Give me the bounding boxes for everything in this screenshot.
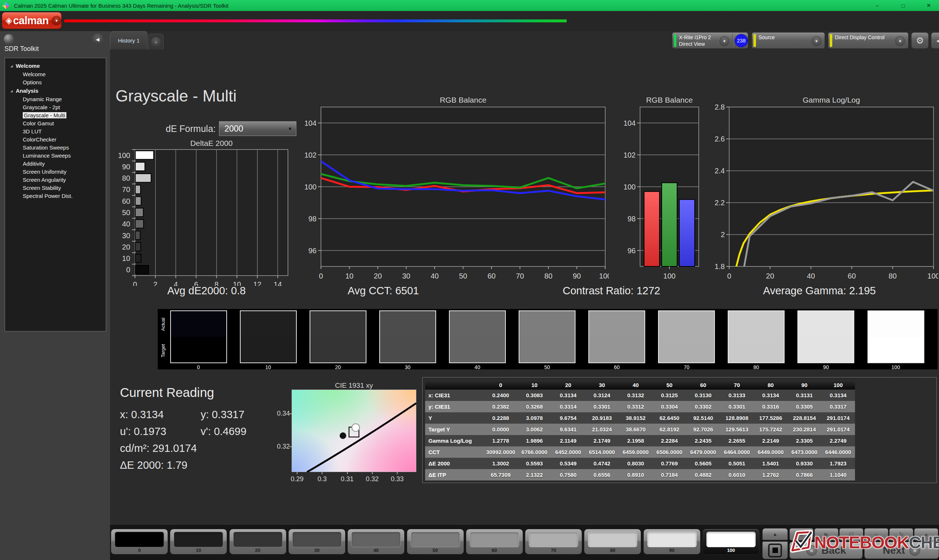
pattern-stop-button[interactable] (762, 541, 788, 559)
calman-menu-button[interactable]: ◈ calman ▼ (2, 12, 62, 29)
refresh-button[interactable]: ↻ (889, 528, 913, 541)
pattern-level-button-10[interactable]: 10 (170, 529, 227, 554)
next-button[interactable]: Next » (864, 542, 939, 559)
de-formula-select[interactable]: 2000 ▼ (219, 121, 296, 136)
play-button[interactable]: ▶ (814, 528, 839, 541)
table-cell: 0.6010 (720, 469, 754, 480)
source-dropdown[interactable]: Source ▼ (752, 32, 825, 49)
table-cell: 9.6341 (551, 424, 585, 435)
maximize-button[interactable]: □ (898, 3, 908, 9)
settings-button[interactable]: ⚙ (911, 32, 929, 49)
grayscale-swatch-70 (658, 311, 715, 363)
next-chevron-icon: » (909, 545, 920, 556)
pattern-level-button-100[interactable]: 100 (702, 529, 760, 554)
table-cell: 2.2435 (686, 435, 720, 446)
pattern-level-button-40[interactable]: 40 (347, 529, 405, 554)
sidebar-item-welcome[interactable]: Welcome (5, 70, 106, 78)
cie-point-measured-low (340, 432, 346, 439)
sidebar-item-dynamic-range[interactable]: Dynamic Range (5, 95, 106, 103)
table-cell: 0.3132 (619, 389, 652, 401)
display-control-dropdown[interactable]: Direct Display Control ▼ (828, 32, 908, 49)
pattern-level-button-60[interactable]: 60 (466, 529, 523, 554)
table-cell: 9.6754 (551, 412, 585, 424)
sidebar-item-colorchecker[interactable]: ColorChecker (5, 135, 106, 144)
chevron-down-icon: ▼ (52, 16, 61, 25)
sidebar-item-label: Welcome (23, 71, 45, 77)
sidebar-item-saturation-sweeps[interactable]: Saturation Sweeps (5, 144, 106, 152)
sidebar-collapse-button[interactable]: ◀ (92, 33, 103, 45)
pattern-level-button-0[interactable]: 0 (111, 529, 168, 554)
svg-text:20: 20 (374, 272, 382, 280)
sidebar-item-screen-uniformity[interactable]: Screen Uniformity (5, 168, 106, 176)
de-formula-value: 2000 (225, 124, 243, 134)
sidebar-item-additivity[interactable]: Additivity (5, 160, 106, 168)
pattern-chip (648, 532, 697, 547)
grayscale-strip: ActualTarget0102030405060708090100 (158, 309, 937, 369)
pattern-level-label: 60 (466, 548, 523, 553)
meter-dropdown[interactable]: X-Rite i1Pro 2 Direct View ▼ 238 (672, 32, 748, 49)
swatch-actual (450, 311, 505, 337)
sidebar-item-spectral-power-dist[interactable]: Spectral Power Dist. (5, 192, 106, 200)
continuous-button[interactable]: ∞ (864, 528, 888, 541)
close-button[interactable]: ✕ (924, 2, 934, 9)
stat-contrast-ratio: Contrast Ratio: 1272 (563, 285, 660, 297)
sidebar-item-label: Saturation Sweeps (23, 145, 69, 151)
pattern-level-button-70[interactable]: 70 (525, 529, 582, 554)
sidebar-orb-button[interactable] (4, 34, 14, 45)
pattern-level-button-30[interactable]: 30 (288, 529, 345, 554)
pattern-level-button-90[interactable]: 90 (643, 529, 701, 554)
sidebar-item-screen-angularity[interactable]: Screen Angularity (5, 176, 106, 184)
grayscale-swatch-90 (797, 311, 854, 363)
table-col-30: 30 (585, 380, 619, 389)
cie-overlay (291, 389, 416, 472)
tab-history-1[interactable]: History 1 (110, 31, 148, 49)
table-col-50: 50 (652, 380, 686, 389)
display-control-label: Direct Display Control (835, 34, 884, 40)
svg-text:100: 100 (927, 272, 938, 280)
table-cell: 2.1322 (518, 469, 551, 480)
svg-text:100: 100 (118, 151, 130, 159)
sidebar-item-color-gamut[interactable]: Color Gamut (5, 120, 106, 128)
stop-button[interactable]: ■ (789, 528, 814, 541)
minimize-button[interactable]: − (872, 3, 882, 9)
swatch-level-label: 50 (519, 364, 575, 370)
table-col-0: 0 (484, 380, 518, 389)
table-cell: 1.1040 (821, 469, 855, 480)
sidebar-item-screen-stability[interactable]: Screen Stability (5, 184, 106, 192)
sidebar-item-3d-lut[interactable]: 3D LUT (5, 128, 106, 135)
reading-uv: u': 0.1973v': 0.4699 (120, 426, 166, 438)
svg-text:2.8: 2.8 (714, 103, 725, 111)
sidebar-item-grayscale-2pt[interactable]: Grayscale - 2pt (5, 103, 106, 111)
back-button[interactable]: « Back (789, 542, 863, 559)
swatch-target (589, 337, 645, 363)
pattern-level-button-80[interactable]: 80 (584, 529, 641, 554)
add-tab-button[interactable]: + (148, 34, 163, 49)
swatch-level-label: 60 (588, 364, 645, 370)
meter-count-badge: 238 (735, 34, 748, 47)
sidebar-item-analysis[interactable]: ◢Analysis (5, 86, 106, 95)
expander-icon[interactable]: ◢ (10, 86, 13, 95)
grayscale-swatch-0 (170, 311, 227, 363)
reading-xy: x: 0.3134y: 0.3317 (120, 409, 163, 421)
pattern-chip (588, 532, 637, 547)
pattern-level-button-50[interactable]: 50 (407, 529, 464, 554)
table-cell: 175.7242 (754, 424, 788, 435)
record-button[interactable]: ● (914, 528, 938, 541)
svg-text:90: 90 (122, 163, 130, 171)
swatch-level-label: 70 (658, 364, 715, 370)
table-cell: 6514.0000 (585, 446, 619, 458)
table-cell: 177.5286 (754, 412, 788, 424)
sidebar-item-options[interactable]: Options (5, 78, 106, 86)
table-cell: 6452.0000 (551, 446, 585, 458)
expander-icon[interactable]: ◢ (10, 62, 13, 70)
table-cell: 0.3305 (788, 401, 821, 412)
panel-collapse-button[interactable]: ◀ (931, 32, 939, 49)
table-cell: 0.0000 (484, 424, 518, 435)
pattern-level-button-20[interactable]: 20 (229, 529, 287, 554)
pattern-window-button[interactable]: ⊡ (839, 528, 863, 541)
sidebar-item-welcome[interactable]: ◢Welcome (5, 62, 106, 70)
sidebar-item-grayscale-multi[interactable]: Grayscale - Multi (5, 111, 106, 120)
sidebar-item-luminance-sweeps[interactable]: Luminance Sweeps (5, 152, 106, 160)
svg-text:102: 102 (624, 151, 636, 159)
pattern-up-button[interactable]: ▲ (762, 528, 788, 540)
